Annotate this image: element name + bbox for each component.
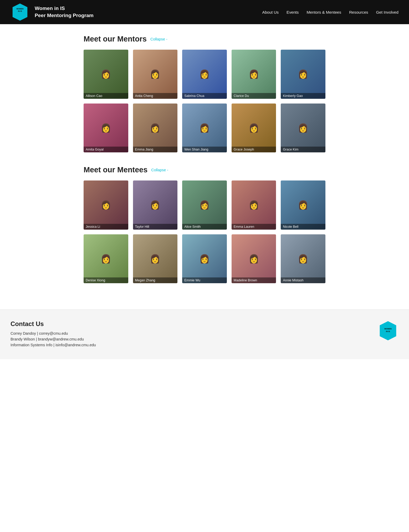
mentor-photo-emma-jiang: 👩 xyxy=(133,104,178,153)
mentee-card-denise-xiong[interactable]: 👩 Denise Xiong xyxy=(84,234,128,283)
mentee-photo-emma-lauren: 👩 xyxy=(232,180,276,230)
mentor-photo-wenshan-jiang: 👩 xyxy=(182,104,227,153)
nav-resources[interactable]: Resources xyxy=(349,10,368,14)
svg-text:IN IS: IN IS xyxy=(386,330,390,332)
mentor-photo-allison-cao: 👩 xyxy=(84,50,128,99)
mentor-card-grace-joseph[interactable]: 👩 Grace Joseph xyxy=(232,104,276,153)
mentors-section: Meet our Mentors Collapse - 👩 Allison Ca… xyxy=(84,35,325,152)
mentor-name-amita-goyal: Amita Goyal xyxy=(84,147,128,152)
footer-contact-3: Information Systems Info | isinfo@andrew… xyxy=(11,343,96,347)
mentor-name-kimberly-gao: Kimberly Gao xyxy=(281,93,325,99)
mentee-name-emma-lauren: Emma Lauren xyxy=(232,224,276,230)
svg-text:WOMEN: WOMEN xyxy=(384,328,391,330)
mentee-card-jessica-li[interactable]: 👩 Jessica Li xyxy=(84,180,128,230)
mentee-name-taylor-hill: Taylor Hill xyxy=(133,224,178,230)
mentee-photo-madeline-brown: 👩 xyxy=(232,234,276,283)
mentee-photo-annie-mistash: 👩 xyxy=(281,234,325,283)
mentor-card-grace-kim[interactable]: 👩 Grace Kim xyxy=(281,104,325,153)
mentor-name-emma-jiang: Emma Jiang xyxy=(133,147,178,152)
mentor-card-allison-cao[interactable]: 👩 Allison Cao xyxy=(84,50,128,99)
nav-events[interactable]: Events xyxy=(287,10,299,14)
mentor-photo-grace-joseph: 👩 xyxy=(232,104,276,153)
mentee-card-annie-mistash[interactable]: 👩 Annie Mistash xyxy=(281,234,325,283)
mentee-name-megan-zhang: Megan Zhang xyxy=(133,277,178,283)
mentor-name-wenshan-jiang: Wen Shan Jiang xyxy=(182,147,227,152)
main-nav: About Us Events Mentors & Mentees Resour… xyxy=(262,10,398,14)
mentor-card-clarice-du[interactable]: 👩 Clarice Du xyxy=(232,50,276,99)
mentors-collapse-link[interactable]: Collapse - xyxy=(150,37,167,41)
mentee-name-madeline-brown: Madeline Brown xyxy=(232,277,276,283)
site-footer: Contact Us Correy Dandoy | correy@cmu.ed… xyxy=(0,309,409,359)
mentor-photo-clarice-du: 👩 xyxy=(232,50,276,99)
nav-get-involved[interactable]: Get Involved xyxy=(376,10,398,14)
nav-mentors-mentees[interactable]: Mentors & Mentees xyxy=(306,10,341,14)
mentee-card-emma-lauren[interactable]: 👩 Emma Lauren xyxy=(232,180,276,230)
mentees-title: Meet our Mentees Collapse - xyxy=(84,166,325,174)
mentor-card-amita-goyal[interactable]: 👩 Amita Goyal xyxy=(84,104,128,153)
mentor-card-sabrina-chua[interactable]: 👩 Sabrina Chua xyxy=(182,50,227,99)
nav-about-us[interactable]: About Us xyxy=(262,10,279,14)
footer-logo-icon: WOMEN IN IS xyxy=(377,320,398,341)
mentee-card-nicole-bell[interactable]: 👩 Nicole Bell xyxy=(281,180,325,230)
mentor-name-anita-cheng: Anita Cheng xyxy=(133,93,178,99)
mentee-photo-emmie-wu: 👩 xyxy=(182,234,227,283)
mentee-card-megan-zhang[interactable]: 👩 Megan Zhang xyxy=(133,234,178,283)
svg-text:WOMEN: WOMEN xyxy=(16,8,23,10)
mentee-photo-nicole-bell: 👩 xyxy=(281,180,325,230)
svg-text:IN IS: IN IS xyxy=(18,10,22,12)
mentee-card-madeline-brown[interactable]: 👩 Madeline Brown xyxy=(232,234,276,283)
footer-title: Contact Us xyxy=(11,320,96,328)
mentor-name-grace-kim: Grace Kim xyxy=(281,147,325,152)
footer-contact-1: Correy Dandoy | correy@cmu.edu xyxy=(11,331,96,335)
mentor-name-clarice-du: Clarice Du xyxy=(232,93,276,99)
mentee-photo-denise-xiong: 👩 xyxy=(84,234,128,283)
mentor-card-anita-cheng[interactable]: 👩 Anita Cheng xyxy=(133,50,178,99)
logo-icon: WOMEN IN IS xyxy=(11,3,29,22)
mentee-photo-jessica-li: 👩 xyxy=(84,180,128,230)
mentee-card-taylor-hill[interactable]: 👩 Taylor Hill xyxy=(133,180,178,230)
mentee-card-emmie-wu[interactable]: 👩 Emmie Wu xyxy=(182,234,227,283)
mentee-name-nicole-bell: Nicole Bell xyxy=(281,224,325,230)
mentors-title: Meet our Mentors Collapse - xyxy=(84,35,325,43)
mentor-photo-grace-kim: 👩 xyxy=(281,104,325,153)
site-header: WOMEN IN IS Women in IS Peer Mentoring P… xyxy=(0,0,409,24)
mentee-name-annie-mistash: Annie Mistash xyxy=(281,277,325,283)
site-title: Women in IS Peer Mentoring Program xyxy=(35,5,94,19)
footer-contact-2: Brandy Wilson | brandyw@andrew.cmu.edu xyxy=(11,337,96,341)
mentor-card-wenshan-jiang[interactable]: 👩 Wen Shan Jiang xyxy=(182,104,227,153)
mentee-name-jessica-li: Jessica Li xyxy=(84,224,128,230)
footer-contact: Contact Us Correy Dandoy | correy@cmu.ed… xyxy=(11,320,96,349)
mentees-section: Meet our Mentees Collapse - 👩 Jessica Li… xyxy=(84,166,325,283)
mentee-name-denise-xiong: Denise Xiong xyxy=(84,277,128,283)
mentees-collapse-link[interactable]: Collapse - xyxy=(151,168,168,172)
mentor-card-kimberly-gao[interactable]: 👩 Kimberly Gao xyxy=(281,50,325,99)
mentee-photo-alice-smith: 👩 xyxy=(182,180,227,230)
mentors-grid: 👩 Allison Cao 👩 Anita Cheng 👩 Sabrina Ch… xyxy=(84,50,325,152)
mentor-name-allison-cao: Allison Cao xyxy=(84,93,128,99)
mentor-photo-sabrina-chua: 👩 xyxy=(182,50,227,99)
mentor-photo-amita-goyal: 👩 xyxy=(84,104,128,153)
main-content: Meet our Mentors Collapse - 👩 Allison Ca… xyxy=(78,24,331,309)
mentor-card-emma-jiang[interactable]: 👩 Emma Jiang xyxy=(133,104,178,153)
mentee-photo-taylor-hill: 👩 xyxy=(133,180,178,230)
mentee-name-alice-smith: Alice Smith xyxy=(182,224,227,230)
mentor-name-sabrina-chua: Sabrina Chua xyxy=(182,93,227,99)
mentee-photo-megan-zhang: 👩 xyxy=(133,234,178,283)
mentees-grid: 👩 Jessica Li 👩 Taylor Hill 👩 Alice Smith… xyxy=(84,180,325,283)
mentee-name-emmie-wu: Emmie Wu xyxy=(182,277,227,283)
mentee-card-alice-smith[interactable]: 👩 Alice Smith xyxy=(182,180,227,230)
mentor-photo-anita-cheng: 👩 xyxy=(133,50,178,99)
mentor-name-grace-joseph: Grace Joseph xyxy=(232,147,276,152)
mentor-photo-kimberly-gao: 👩 xyxy=(281,50,325,99)
